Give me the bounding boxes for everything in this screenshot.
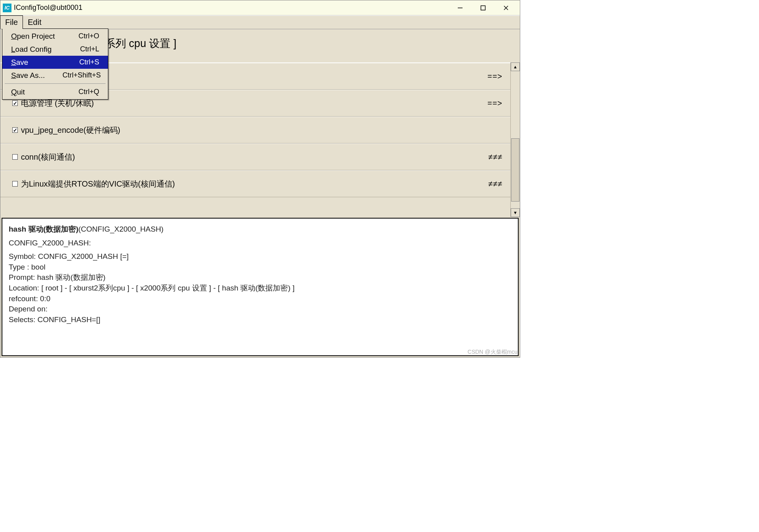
- minimize-button[interactable]: [449, 0, 472, 15]
- shortcut-label: Ctrl+Q: [78, 88, 99, 96]
- titlebar: IC IConfigTool@ubt0001: [0, 0, 520, 15]
- app-window: IC IConfigTool@ubt0001 File Edit Open Pr…: [0, 0, 520, 358]
- detail-line: refcount: 0:0: [9, 294, 512, 304]
- vertical-scrollbar[interactable]: ▲ ▼: [510, 62, 520, 217]
- detail-line: Selects: CONFIG_HASH=[]: [9, 315, 512, 325]
- checkbox-icon[interactable]: [12, 154, 18, 160]
- config-row-label: 为Linux端提供RTOS端的VIC驱动(核间通信): [21, 179, 175, 189]
- detail-line: Depend on:: [9, 304, 512, 315]
- close-button[interactable]: [495, 0, 517, 15]
- config-row-label: conn(核间通信): [21, 152, 75, 162]
- detail-line: Type : bool: [9, 262, 512, 273]
- menu-edit[interactable]: Edit: [23, 16, 46, 29]
- shortcut-label: Ctrl+S: [79, 58, 99, 66]
- shortcut-label: Ctrl+Shift+S: [62, 71, 101, 79]
- menu-quit[interactable]: Quit Ctrl+Q: [2, 85, 108, 98]
- scroll-track[interactable]: [511, 71, 520, 208]
- menu-load-config[interactable]: Load Config Ctrl+L: [2, 43, 108, 56]
- app-icon: IC: [3, 4, 11, 12]
- config-row-vpu[interactable]: ✓ vpu_jpeg_encode(硬件编码): [0, 117, 510, 143]
- scroll-thumb[interactable]: [511, 138, 519, 202]
- menu-open-project[interactable]: Open Project Ctrl+O: [2, 30, 108, 43]
- menu-file[interactable]: File: [0, 15, 23, 29]
- detail-panel: hash 驱动(数据加密)(CONFIG_X2000_HASH) CONFIG_…: [2, 218, 519, 356]
- menubar: File Edit: [0, 15, 520, 29]
- checkbox-icon[interactable]: [12, 181, 18, 187]
- shortcut-label: Ctrl+L: [80, 45, 99, 53]
- expand-arrow-icon[interactable]: ==>: [487, 99, 502, 108]
- detail-title: hash 驱动(数据加密)(CONFIG_X2000_HASH): [9, 224, 512, 235]
- maximize-button[interactable]: [472, 0, 495, 15]
- config-row-label: vpu_jpeg_encode(硬件编码): [21, 125, 120, 136]
- detail-line: Prompt: hash 驱动(数据加密): [9, 272, 512, 283]
- menu-save[interactable]: Save Ctrl+S: [2, 56, 108, 69]
- scroll-up-icon[interactable]: ▲: [511, 62, 520, 71]
- expand-arrow-icon[interactable]: ≠≠≠: [488, 179, 502, 189]
- window-controls: [449, 0, 517, 15]
- detail-line: Symbol: CONFIG_X2000_HASH [=]: [9, 251, 512, 262]
- window-title: IConfigTool@ubt0001: [14, 4, 82, 12]
- menu-save-as[interactable]: Save As... Ctrl+Shift+S: [2, 69, 108, 82]
- svg-rect-1: [481, 6, 485, 10]
- menu-separator: [5, 83, 106, 84]
- detail-line: CONFIG_X2000_HASH:: [9, 238, 512, 249]
- file-dropdown: Open Project Ctrl+O Load Config Ctrl+L S…: [2, 28, 108, 100]
- shortcut-label: Ctrl+O: [78, 32, 99, 40]
- config-row-conn[interactable]: conn(核间通信) ≠≠≠: [0, 143, 510, 170]
- config-row-vic[interactable]: 为Linux端提供RTOS端的VIC驱动(核间通信) ≠≠≠: [0, 170, 510, 197]
- expand-arrow-icon[interactable]: ==>: [487, 72, 502, 81]
- watermark: CSDN @火柴棍mcu: [468, 349, 517, 356]
- detail-line: Location: [ root ] - [ xburst2系列cpu ] - …: [9, 283, 512, 294]
- checkbox-icon[interactable]: ✓: [12, 127, 18, 133]
- expand-arrow-icon[interactable]: ≠≠≠: [488, 153, 502, 162]
- scroll-down-icon[interactable]: ▼: [511, 208, 520, 217]
- checkbox-icon[interactable]: ✓: [12, 100, 18, 106]
